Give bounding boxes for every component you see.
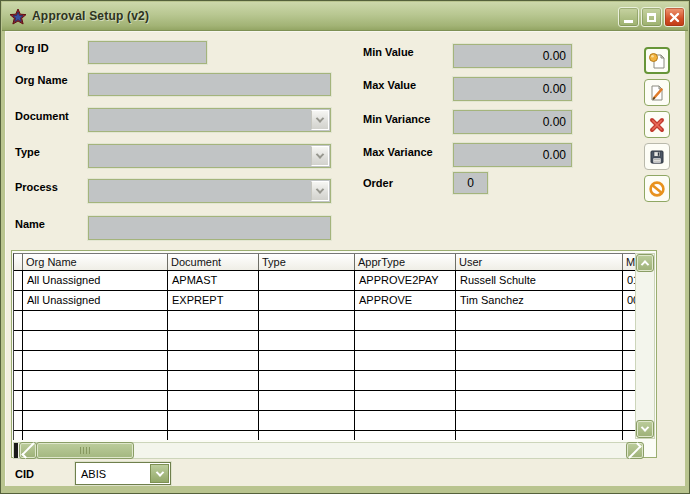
max-value-input[interactable]: 0.00 [453, 77, 572, 101]
table-row[interactable] [14, 331, 635, 351]
table-cell[interactable] [623, 411, 635, 431]
table-cell[interactable] [259, 391, 355, 411]
table-cell[interactable] [259, 431, 355, 440]
row-selector-cell[interactable] [14, 371, 23, 391]
row-selector-cell[interactable] [14, 271, 23, 291]
table-cell[interactable] [623, 351, 635, 371]
table-cell[interactable] [456, 391, 623, 411]
horizontal-scrollbar[interactable] [13, 442, 642, 459]
table-cell[interactable] [259, 331, 355, 351]
table-cell[interactable] [623, 331, 635, 351]
table-cell[interactable] [456, 351, 623, 371]
table-cell[interactable] [456, 311, 623, 331]
column-header[interactable]: ApprType [355, 254, 456, 270]
table-cell[interactable] [168, 431, 259, 440]
column-header[interactable]: User [456, 254, 623, 270]
name-input[interactable] [88, 216, 331, 240]
document-combobox[interactable] [88, 108, 331, 132]
vertical-scrollbar[interactable] [635, 253, 655, 439]
table-cell[interactable] [355, 411, 456, 431]
table-cell[interactable] [168, 311, 259, 331]
minimize-button[interactable] [618, 7, 639, 27]
scroll-up-button[interactable] [636, 254, 654, 272]
max-variance-input[interactable]: 0.00 [453, 143, 572, 167]
table-cell[interactable]: Tim Sanchez [456, 291, 623, 311]
table-cell[interactable] [168, 391, 259, 411]
table-cell[interactable]: 00 [623, 291, 635, 311]
table-row[interactable] [14, 311, 635, 331]
table-row[interactable] [14, 411, 635, 431]
table-cell[interactable] [23, 431, 168, 440]
table-cell[interactable] [456, 371, 623, 391]
table-cell[interactable] [355, 331, 456, 351]
table-cell[interactable]: 01 [623, 271, 635, 291]
table-cell[interactable] [355, 431, 456, 440]
table-cell[interactable] [355, 311, 456, 331]
table-row[interactable]: All UnassignedAPMASTAPPROVE2PAYRussell S… [14, 271, 635, 291]
table-cell[interactable]: EXPREPT [168, 291, 259, 311]
close-button[interactable] [664, 7, 685, 27]
row-selector-cell[interactable] [14, 331, 23, 351]
table-cell[interactable] [23, 411, 168, 431]
table-cell[interactable] [259, 291, 355, 311]
horizontal-scroll-thumb[interactable] [36, 442, 134, 459]
edit-record-button[interactable] [644, 79, 670, 106]
table-cell[interactable] [355, 371, 456, 391]
type-combobox[interactable] [88, 144, 331, 168]
org-id-input[interactable] [88, 41, 207, 64]
cid-combobox[interactable]: ABIS [75, 462, 171, 485]
min-value-input[interactable]: 0.00 [453, 44, 572, 68]
table-cell[interactable] [623, 391, 635, 411]
grid-splitter[interactable] [14, 443, 18, 458]
scroll-right-button[interactable] [626, 442, 644, 459]
document-dropdown-button[interactable] [311, 110, 329, 130]
row-selector-cell[interactable] [14, 311, 23, 331]
table-cell[interactable] [23, 351, 168, 371]
row-selector-cell[interactable] [14, 411, 23, 431]
row-selector-cell[interactable] [14, 391, 23, 411]
table-cell[interactable] [623, 371, 635, 391]
table-cell[interactable] [259, 411, 355, 431]
table-cell[interactable] [168, 411, 259, 431]
table-cell[interactable] [456, 331, 623, 351]
table-row[interactable] [14, 391, 635, 411]
table-cell[interactable] [23, 371, 168, 391]
table-cell[interactable]: APMAST [168, 271, 259, 291]
table-cell[interactable] [259, 311, 355, 331]
table-cell[interactable]: APPROVE [355, 291, 456, 311]
process-combobox[interactable] [88, 179, 331, 203]
table-cell[interactable] [168, 351, 259, 371]
table-cell[interactable] [23, 391, 168, 411]
table-body[interactable]: All UnassignedAPMASTAPPROVE2PAYRussell S… [14, 271, 635, 440]
table-cell[interactable]: All Unassigned [23, 291, 168, 311]
table-cell[interactable] [623, 311, 635, 331]
maximize-button[interactable] [641, 7, 662, 27]
table-cell[interactable]: Russell Schulte [456, 271, 623, 291]
cancel-changes-button[interactable] [644, 175, 670, 202]
title-bar[interactable]: Approval Setup (v2) [2, 2, 688, 31]
column-header[interactable]: Type [259, 254, 355, 270]
table-cell[interactable] [168, 331, 259, 351]
order-input[interactable]: 0 [453, 172, 488, 194]
table-cell[interactable]: All Unassigned [23, 271, 168, 291]
table-cell[interactable] [168, 371, 259, 391]
table-cell[interactable] [23, 311, 168, 331]
table-row[interactable] [14, 431, 635, 440]
table-cell[interactable] [259, 351, 355, 371]
min-variance-input[interactable]: 0.00 [453, 110, 572, 134]
table-row[interactable] [14, 351, 635, 371]
column-header[interactable]: Org Name [23, 254, 168, 270]
cid-dropdown-button[interactable] [150, 464, 169, 483]
process-dropdown-button[interactable] [311, 181, 329, 201]
row-selector-cell[interactable] [14, 291, 23, 311]
table-cell[interactable] [355, 391, 456, 411]
row-selector-cell[interactable] [14, 351, 23, 371]
scroll-left-button[interactable] [19, 442, 37, 459]
column-header[interactable]: Mi [623, 254, 635, 270]
scroll-down-button[interactable] [636, 420, 654, 438]
table-row[interactable] [14, 371, 635, 391]
save-record-button[interactable] [644, 143, 670, 170]
table-cell[interactable] [259, 371, 355, 391]
table-cell[interactable] [456, 431, 623, 440]
row-selector-cell[interactable] [14, 431, 23, 440]
